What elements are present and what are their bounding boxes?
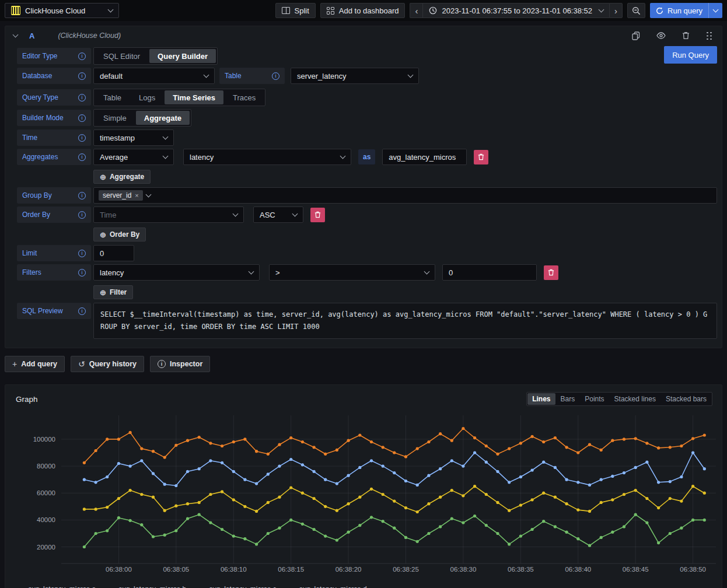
duplicate-query-button[interactable] [628, 32, 644, 40]
time-series-chart[interactable]: 2000040000600008000010000006:38:0006:38:… [10, 411, 717, 583]
option-logs[interactable]: Logs [131, 90, 163, 104]
svg-text:40000: 40000 [37, 516, 55, 523]
info-icon[interactable]: i [78, 72, 86, 80]
graph-mode-toggle: Lines Bars Points Stacked lines Stacked … [526, 392, 712, 406]
plus-circle-icon: ⊕ [100, 231, 106, 239]
chart-svg[interactable]: 2000040000600008000010000006:38:0006:38:… [10, 411, 723, 581]
chevron-down-icon [249, 268, 254, 274]
option-table[interactable]: Table [95, 90, 130, 104]
option-traces[interactable]: Traces [225, 90, 264, 104]
option-query-builder[interactable]: Query Builder [149, 49, 216, 63]
info-icon[interactable]: i [78, 250, 86, 257]
database-label: Databasei [17, 68, 91, 84]
group-by-chip[interactable]: server_id × [99, 190, 143, 201]
query-ref-id[interactable]: A [29, 32, 34, 40]
plus-icon: + [12, 359, 17, 369]
legend-item[interactable]: avg_latency_micros b [106, 585, 186, 588]
sql-preview-text: SELECT $__timeInterval(timestamp) as tim… [93, 303, 717, 339]
option-sql-editor[interactable]: SQL Editor [95, 49, 148, 63]
database-select[interactable]: default [93, 68, 215, 84]
mode-lines[interactable]: Lines [527, 393, 555, 405]
filter-value-input[interactable]: 0 [442, 264, 537, 281]
svg-text:80000: 80000 [37, 463, 55, 470]
add-to-dashboard-button[interactable]: Add to dashboard [320, 3, 406, 18]
info-icon[interactable]: i [78, 211, 86, 219]
remove-filter-button[interactable] [544, 265, 558, 280]
group-by-multiselect[interactable]: server_id × [93, 187, 717, 204]
collapse-query-icon[interactable] [13, 32, 19, 38]
filter-column-select[interactable]: latency [93, 264, 260, 281]
aggregate-column-select[interactable]: latency [183, 149, 351, 165]
query-history-button[interactable]: ↺ Query history [71, 356, 144, 372]
query-header: A (ClickHouse Cloud) [5, 26, 722, 45]
order-by-field-select[interactable]: Time [93, 206, 244, 223]
time-range-text: 2023-11-01 06:37:55 to 2023-11-01 06:38:… [442, 6, 592, 15]
mode-points[interactable]: Points [580, 393, 609, 405]
option-aggregate[interactable]: Aggregate [136, 111, 190, 125]
info-icon[interactable]: i [78, 153, 86, 161]
legend-item[interactable]: avg_latency_micros a [16, 585, 96, 588]
remove-order-by-button[interactable] [310, 208, 325, 222]
remove-aggregate-button[interactable] [474, 150, 488, 164]
plus-circle-icon: ⊕ [100, 289, 106, 296]
drag-query-handle[interactable] [702, 32, 716, 40]
info-icon[interactable]: i [78, 192, 86, 200]
svg-text:06:38:50: 06:38:50 [680, 566, 706, 573]
svg-text:06:38:30: 06:38:30 [450, 566, 477, 573]
add-order-by-button[interactable]: ⊕ Order By [93, 228, 146, 242]
time-column-select[interactable]: timestamp [93, 130, 174, 146]
filter-operator-select[interactable]: > [269, 264, 435, 281]
datasource-picker[interactable]: ClickHouse Cloud [5, 3, 119, 18]
run-query-split-button[interactable]: Run query [650, 3, 722, 18]
option-simple[interactable]: Simple [95, 111, 135, 125]
time-range-back-button[interactable]: ‹ [410, 3, 422, 18]
chevron-right-icon: › [614, 6, 617, 15]
delete-query-button[interactable] [678, 32, 694, 40]
info-icon[interactable]: i [78, 134, 86, 142]
table-select[interactable]: server_latency [291, 68, 419, 84]
order-direction-select[interactable]: ASC [253, 206, 303, 223]
info-circle-icon: i [158, 360, 166, 368]
chart-legend: avg_latency_micros aavg_latency_micros b… [10, 583, 717, 588]
editor-run-query-button[interactable]: Run Query [664, 46, 717, 64]
info-icon[interactable]: i [78, 307, 86, 315]
mode-stacked-lines[interactable]: Stacked lines [610, 393, 660, 405]
legend-item[interactable]: avg_latency_micros c [197, 585, 276, 588]
chevron-down-icon [292, 211, 298, 216]
aggregate-alias-input[interactable]: avg_latency_micros [382, 149, 467, 165]
add-query-button[interactable]: + Add query [5, 356, 65, 372]
zoom-out-time-button[interactable] [627, 3, 645, 18]
add-filter-button[interactable]: ⊕ Filter [93, 285, 133, 299]
aggregate-function-select[interactable]: Average [93, 149, 174, 165]
svg-text:06:38:00: 06:38:00 [106, 566, 132, 573]
time-range-picker[interactable]: 2023-11-01 06:37:55 to 2023-11-01 06:38:… [422, 3, 609, 18]
time-range-forward-button[interactable]: › [609, 3, 623, 18]
drag-handle-icon [706, 32, 712, 40]
info-icon[interactable]: i [78, 114, 86, 122]
chip-remove-icon[interactable]: × [135, 192, 138, 199]
run-query-dropdown[interactable] [708, 3, 722, 18]
trash-icon [548, 269, 554, 276]
hide-query-button[interactable] [652, 32, 670, 39]
mode-bars[interactable]: Bars [556, 393, 580, 405]
chevron-down-icon [163, 153, 169, 159]
limit-input[interactable]: 0 [93, 245, 134, 261]
legend-item[interactable]: avg_latency_micros d [287, 585, 367, 588]
info-icon[interactable]: i [78, 52, 86, 60]
info-icon[interactable]: i [78, 94, 86, 102]
svg-text:100000: 100000 [33, 436, 55, 443]
chevron-down-icon [233, 211, 239, 216]
add-to-dashboard-label: Add to dashboard [339, 6, 399, 15]
inspector-button[interactable]: i Inspector [150, 356, 210, 372]
svg-text:60000: 60000 [37, 489, 55, 496]
info-icon[interactable]: i [78, 269, 86, 276]
info-icon[interactable]: i [272, 72, 279, 80]
query-datasource-hint: (ClickHouse Cloud) [58, 32, 121, 40]
legend-label: avg_latency_micros b [118, 585, 186, 588]
mode-stacked-bars[interactable]: Stacked bars [661, 393, 711, 405]
add-aggregate-button[interactable]: ⊕ Aggregate [93, 170, 151, 184]
trash-icon [478, 153, 484, 160]
split-button[interactable]: Split [275, 3, 316, 18]
graph-title: Graph [16, 395, 38, 404]
option-time-series[interactable]: Time Series [165, 90, 223, 104]
